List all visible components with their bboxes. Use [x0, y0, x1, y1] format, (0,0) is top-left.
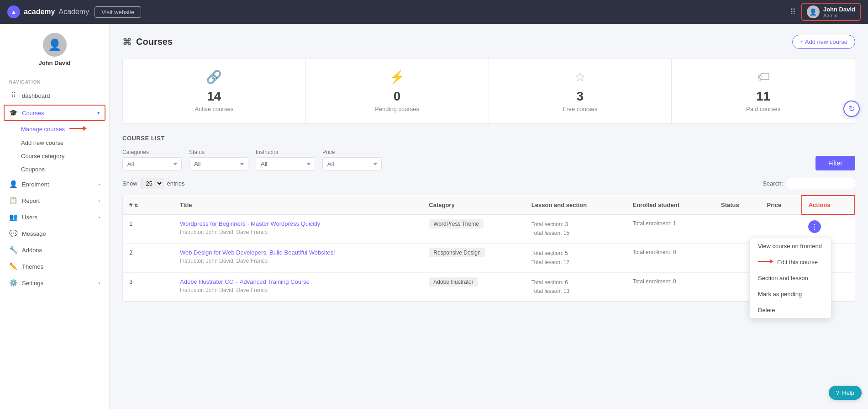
filter-button[interactable]: Filter	[815, 156, 855, 170]
message-icon: 💬	[9, 229, 17, 238]
dropdown-delete[interactable]: Delete	[750, 302, 831, 318]
enroll-info: Total enrolment: 0	[632, 278, 708, 285]
categories-filter-select[interactable]: All	[122, 157, 182, 170]
report-icon: 📋	[9, 197, 17, 205]
dropdown-edit-course[interactable]: Edit this course	[750, 254, 831, 270]
categories-filter-group: Categories All	[122, 149, 182, 170]
enroll-info: Total enrolment: 1	[632, 220, 708, 227]
lesson-info: Total section: 6 Total lesson: 13	[531, 278, 620, 296]
nav-section-label: NAVIGATION	[0, 78, 109, 87]
status-filter-select[interactable]: All	[189, 157, 248, 170]
edit-arrow-indicator	[758, 259, 774, 266]
brand-label: Academy	[59, 8, 89, 16]
show-entries: Show 25 10 50 entries	[122, 178, 185, 189]
free-courses-icon: ☆	[574, 69, 586, 85]
dropdown-section-lesson[interactable]: Section and lesson	[750, 270, 831, 286]
entries-select[interactable]: 25 10 50	[141, 178, 163, 189]
course-link[interactable]: Adobe Illustrator CC – Advanced Training…	[180, 278, 416, 285]
row-lesson-section: Total section: 6 Total lesson: 13	[525, 272, 626, 301]
brand-logo: ▲ academy Academy	[7, 5, 89, 18]
show-label: Show	[122, 180, 137, 187]
th-title: Title	[174, 196, 422, 214]
settings-icon: ⚙️	[9, 279, 17, 287]
pending-courses-number: 0	[394, 89, 401, 104]
user-badge[interactable]: 👤 John David Admin	[801, 3, 861, 21]
price-filter-select[interactable]: All	[322, 157, 382, 170]
add-new-course-label: Add new course	[21, 139, 63, 146]
th-price: Price	[761, 196, 802, 214]
sidebar-item-label-report: Report	[22, 197, 40, 204]
help-label: Help	[842, 389, 854, 396]
total-section: Total section: 3	[531, 220, 620, 229]
sidebar-username: John David	[38, 59, 70, 66]
sidebar-item-manage-courses[interactable]: Manage courses	[16, 122, 109, 136]
category-badge: WordPress Theme	[429, 219, 484, 228]
sidebar-item-course-category[interactable]: Course category	[16, 149, 109, 163]
free-courses-label: Free courses	[563, 106, 597, 112]
pending-courses-icon: ⚡	[389, 69, 405, 85]
category-badge: Responsive Design	[429, 248, 485, 257]
row-num: 1	[123, 214, 154, 244]
row-category: WordPress Theme	[422, 214, 525, 244]
help-fab[interactable]: ? Help	[829, 386, 862, 400]
sidebar-item-addons[interactable]: 🔧 Addons	[0, 242, 109, 258]
sidebar-profile: 👤 John David	[0, 24, 109, 71]
sidebar-item-report[interactable]: 📋 Report ›	[0, 192, 109, 209]
sidebar-item-add-new-course[interactable]: Add new course	[16, 136, 109, 149]
action-dots-button-1[interactable]: ⋮	[808, 220, 821, 233]
row-sort	[154, 244, 174, 272]
sidebar-item-label-settings: Settings	[22, 280, 43, 287]
course-link[interactable]: Web Design for Web Developers: Build Bea…	[180, 249, 416, 256]
course-table-wrapper: # ⇅ Title Category Lesson and section En…	[122, 195, 855, 302]
enrolment-icon: 👤	[9, 180, 17, 188]
sidebar-item-users[interactable]: 👥 Users ›	[0, 209, 109, 225]
row-category: Adobe Illustrator	[422, 272, 525, 301]
sidebar-item-coupons[interactable]: Coupons	[16, 163, 109, 176]
row-sort	[154, 214, 174, 244]
paid-courses-number: 11	[756, 89, 770, 104]
page-title-text: Courses	[136, 37, 173, 47]
instructor-filter-select[interactable]: All	[256, 157, 315, 170]
grid-icon[interactable]: ⠿	[790, 7, 796, 17]
search-input[interactable]	[787, 178, 855, 189]
chat-fab[interactable]: ↻	[843, 101, 860, 117]
sidebar-item-message[interactable]: 💬 Message	[0, 225, 109, 242]
sidebar-item-enrolment[interactable]: 👤 Enrolment ›	[0, 176, 109, 192]
sidebar-item-courses[interactable]: 🎓 Courses ▾	[4, 105, 105, 121]
courses-title-icon: ⌘	[122, 37, 132, 48]
row-actions: ⋮ View course on frontend	[802, 214, 854, 244]
lesson-info: Total section: 5 Total lesson: 12	[531, 249, 620, 266]
main-content: ⌘ Courses + Add new course 🔗 14 Active c…	[110, 24, 868, 409]
course-link[interactable]: Wordpress for Beginners - Master Wordpre…	[180, 220, 416, 227]
users-icon: 👥	[9, 213, 17, 221]
row-num: 2	[123, 244, 154, 272]
course-instructor: Instructor: John David, Dave Franco	[180, 229, 268, 235]
sidebar-item-themes[interactable]: ✏️ Themes	[0, 258, 109, 275]
search-label: Search:	[763, 180, 783, 187]
total-lesson: Total lesson: 13	[531, 287, 620, 296]
sidebar-item-label-themes: Themes	[22, 263, 43, 270]
sidebar-item-settings[interactable]: ⚙️ Settings ›	[0, 275, 109, 291]
stats-row: 🔗 14 Active courses ⚡ 0 Pending courses …	[122, 58, 855, 124]
visit-website-button[interactable]: Visit website	[95, 6, 141, 18]
row-enrolled: Total enrolment: 1	[626, 214, 715, 244]
dropdown-mark-pending[interactable]: Mark as pending	[750, 286, 831, 302]
navbar-right: ⠿ 👤 John David Admin	[790, 3, 861, 21]
search-area: Search:	[763, 178, 855, 189]
add-new-course-button[interactable]: + Add new course	[792, 35, 855, 49]
table-row: 1 Wordpress for Beginners - Master Wordp…	[123, 214, 854, 244]
stat-free-courses: ☆ 3 Free courses	[489, 58, 672, 123]
actions-dropdown: View course on frontend	[749, 238, 831, 319]
row-category: Responsive Design	[422, 244, 525, 272]
sidebar-item-dashboard[interactable]: ⠿ dashboard	[0, 87, 109, 104]
sidebar: 👤 John David NAVIGATION ⠿ dashboard 🎓 Co…	[0, 24, 110, 409]
total-lesson: Total lesson: 12	[531, 258, 620, 267]
dropdown-view-frontend[interactable]: View course on frontend	[750, 238, 831, 254]
sidebar-nav: NAVIGATION ⠿ dashboard 🎓 Courses ▾ Manag…	[0, 71, 109, 297]
course-category-label: Course category	[21, 153, 64, 159]
instructor-filter-label: Instructor	[256, 149, 315, 155]
navbar-left: ▲ academy Academy Visit website	[7, 5, 141, 18]
coupons-label: Coupons	[21, 166, 45, 173]
row-enrolled: Total enrolment: 0	[626, 244, 715, 272]
stat-pending-courses: ⚡ 0 Pending courses	[306, 58, 489, 123]
